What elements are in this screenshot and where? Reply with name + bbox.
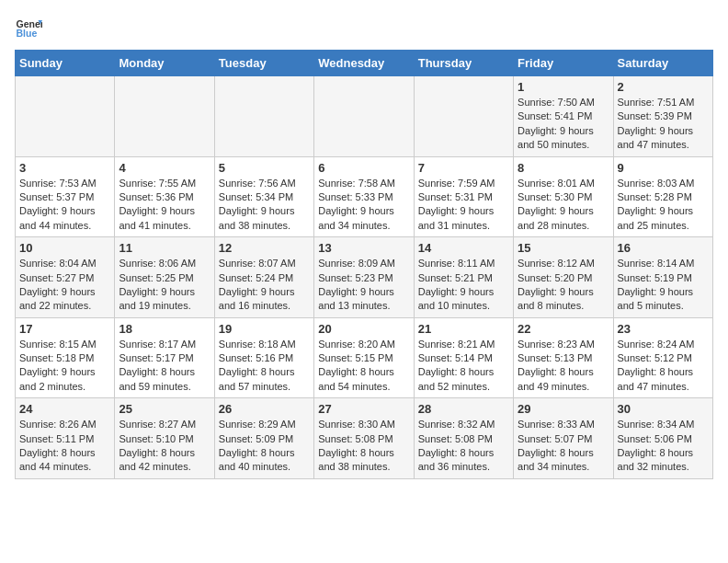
logo: General Blue <box>15 15 42 42</box>
day-info: Sunrise: 8:33 AM Sunset: 5:07 PM Dayligh… <box>518 418 609 475</box>
day-info: Sunrise: 8:11 AM Sunset: 5:21 PM Dayligh… <box>418 257 509 314</box>
day-info: Sunrise: 8:04 AM Sunset: 5:27 PM Dayligh… <box>19 257 110 314</box>
day-number: 24 <box>19 402 110 416</box>
day-number: 18 <box>119 322 210 336</box>
calendar-cell: 6Sunrise: 7:58 AM Sunset: 5:33 PM Daylig… <box>314 156 414 237</box>
calendar-cell: 10Sunrise: 8:04 AM Sunset: 5:27 PM Dayli… <box>16 237 115 318</box>
day-info: Sunrise: 8:24 AM Sunset: 5:12 PM Dayligh… <box>618 338 709 395</box>
calendar-cell: 11Sunrise: 8:06 AM Sunset: 5:25 PM Dayli… <box>115 237 214 318</box>
day-info: Sunrise: 8:14 AM Sunset: 5:19 PM Dayligh… <box>618 257 709 314</box>
calendar-cell: 17Sunrise: 8:15 AM Sunset: 5:18 PM Dayli… <box>16 317 115 398</box>
weekday-header-cell: Wednesday <box>314 51 414 76</box>
day-number: 30 <box>618 402 709 416</box>
day-info: Sunrise: 8:26 AM Sunset: 5:11 PM Dayligh… <box>19 418 110 475</box>
calendar-week-row: 1Sunrise: 7:50 AM Sunset: 5:41 PM Daylig… <box>16 76 713 157</box>
day-info: Sunrise: 7:56 AM Sunset: 5:34 PM Dayligh… <box>219 177 310 234</box>
day-info: Sunrise: 8:09 AM Sunset: 5:23 PM Dayligh… <box>318 257 409 314</box>
day-info: Sunrise: 8:12 AM Sunset: 5:20 PM Dayligh… <box>518 257 609 314</box>
day-number: 6 <box>318 161 409 175</box>
calendar-cell <box>314 76 414 157</box>
day-info: Sunrise: 7:55 AM Sunset: 5:36 PM Dayligh… <box>119 177 210 234</box>
day-info: Sunrise: 8:21 AM Sunset: 5:14 PM Dayligh… <box>418 338 509 395</box>
calendar-cell: 7Sunrise: 7:59 AM Sunset: 5:31 PM Daylig… <box>414 156 513 237</box>
calendar-cell: 12Sunrise: 8:07 AM Sunset: 5:24 PM Dayli… <box>214 237 313 318</box>
day-number: 8 <box>518 161 609 175</box>
calendar-cell: 23Sunrise: 8:24 AM Sunset: 5:12 PM Dayli… <box>613 317 712 398</box>
weekday-header-cell: Saturday <box>613 51 712 76</box>
calendar-week-row: 10Sunrise: 8:04 AM Sunset: 5:27 PM Dayli… <box>16 237 713 318</box>
calendar-cell: 19Sunrise: 8:18 AM Sunset: 5:16 PM Dayli… <box>214 317 313 398</box>
calendar-cell: 13Sunrise: 8:09 AM Sunset: 5:23 PM Dayli… <box>314 237 414 318</box>
day-number: 26 <box>219 402 310 416</box>
calendar-week-row: 3Sunrise: 7:53 AM Sunset: 5:37 PM Daylig… <box>16 156 713 237</box>
calendar-cell: 29Sunrise: 8:33 AM Sunset: 5:07 PM Dayli… <box>514 398 613 479</box>
day-number: 16 <box>618 241 709 255</box>
day-number: 5 <box>219 161 310 175</box>
calendar-cell: 28Sunrise: 8:32 AM Sunset: 5:08 PM Dayli… <box>414 398 513 479</box>
day-number: 1 <box>518 80 609 94</box>
day-number: 21 <box>418 322 509 336</box>
calendar-cell <box>115 76 214 157</box>
svg-text:Blue: Blue <box>17 28 38 39</box>
calendar-table: SundayMondayTuesdayWednesdayThursdayFrid… <box>15 50 713 479</box>
day-info: Sunrise: 7:59 AM Sunset: 5:31 PM Dayligh… <box>418 177 509 234</box>
day-number: 25 <box>119 402 210 416</box>
day-info: Sunrise: 8:32 AM Sunset: 5:08 PM Dayligh… <box>418 418 509 475</box>
calendar-cell: 8Sunrise: 8:01 AM Sunset: 5:30 PM Daylig… <box>514 156 613 237</box>
weekday-header-cell: Tuesday <box>214 51 313 76</box>
day-number: 22 <box>518 322 609 336</box>
day-info: Sunrise: 8:34 AM Sunset: 5:06 PM Dayligh… <box>618 418 709 475</box>
weekday-header-cell: Monday <box>115 51 214 76</box>
calendar-cell: 18Sunrise: 8:17 AM Sunset: 5:17 PM Dayli… <box>115 317 214 398</box>
day-number: 7 <box>418 161 509 175</box>
logo-icon: General Blue <box>15 15 42 42</box>
day-info: Sunrise: 7:58 AM Sunset: 5:33 PM Dayligh… <box>318 177 409 234</box>
day-number: 27 <box>318 402 409 416</box>
day-number: 23 <box>618 322 709 336</box>
day-info: Sunrise: 8:03 AM Sunset: 5:28 PM Dayligh… <box>618 177 709 234</box>
calendar-cell: 2Sunrise: 7:51 AM Sunset: 5:39 PM Daylig… <box>613 76 712 157</box>
calendar-cell: 16Sunrise: 8:14 AM Sunset: 5:19 PM Dayli… <box>613 237 712 318</box>
day-number: 2 <box>618 80 709 94</box>
day-number: 4 <box>119 161 210 175</box>
calendar-cell: 1Sunrise: 7:50 AM Sunset: 5:41 PM Daylig… <box>514 76 613 157</box>
day-number: 3 <box>19 161 110 175</box>
day-info: Sunrise: 8:30 AM Sunset: 5:08 PM Dayligh… <box>318 418 409 475</box>
day-info: Sunrise: 8:17 AM Sunset: 5:17 PM Dayligh… <box>119 338 210 395</box>
day-number: 9 <box>618 161 709 175</box>
weekday-header-cell: Sunday <box>16 51 115 76</box>
day-number: 29 <box>518 402 609 416</box>
calendar-cell: 21Sunrise: 8:21 AM Sunset: 5:14 PM Dayli… <box>414 317 513 398</box>
day-number: 15 <box>518 241 609 255</box>
calendar-cell: 4Sunrise: 7:55 AM Sunset: 5:36 PM Daylig… <box>115 156 214 237</box>
day-number: 28 <box>418 402 509 416</box>
weekday-header-row: SundayMondayTuesdayWednesdayThursdayFrid… <box>16 51 713 76</box>
calendar-cell <box>16 76 115 157</box>
day-number: 19 <box>219 322 310 336</box>
day-number: 20 <box>318 322 409 336</box>
calendar-week-row: 17Sunrise: 8:15 AM Sunset: 5:18 PM Dayli… <box>16 317 713 398</box>
calendar-cell <box>414 76 513 157</box>
calendar-week-row: 24Sunrise: 8:26 AM Sunset: 5:11 PM Dayli… <box>16 398 713 479</box>
day-info: Sunrise: 8:07 AM Sunset: 5:24 PM Dayligh… <box>219 257 310 314</box>
day-number: 17 <box>19 322 110 336</box>
calendar-body: 1Sunrise: 7:50 AM Sunset: 5:41 PM Daylig… <box>16 76 713 479</box>
calendar-cell: 24Sunrise: 8:26 AM Sunset: 5:11 PM Dayli… <box>16 398 115 479</box>
calendar-cell: 27Sunrise: 8:30 AM Sunset: 5:08 PM Dayli… <box>314 398 414 479</box>
day-number: 14 <box>418 241 509 255</box>
calendar-cell: 14Sunrise: 8:11 AM Sunset: 5:21 PM Dayli… <box>414 237 513 318</box>
calendar-cell: 5Sunrise: 7:56 AM Sunset: 5:34 PM Daylig… <box>214 156 313 237</box>
header: General Blue <box>15 15 713 42</box>
day-number: 13 <box>318 241 409 255</box>
calendar-cell: 15Sunrise: 8:12 AM Sunset: 5:20 PM Dayli… <box>514 237 613 318</box>
day-info: Sunrise: 8:23 AM Sunset: 5:13 PM Dayligh… <box>518 338 609 395</box>
calendar-cell: 9Sunrise: 8:03 AM Sunset: 5:28 PM Daylig… <box>613 156 712 237</box>
calendar-cell: 26Sunrise: 8:29 AM Sunset: 5:09 PM Dayli… <box>214 398 313 479</box>
weekday-header-cell: Friday <box>514 51 613 76</box>
day-number: 12 <box>219 241 310 255</box>
day-info: Sunrise: 8:06 AM Sunset: 5:25 PM Dayligh… <box>119 257 210 314</box>
day-number: 11 <box>119 241 210 255</box>
day-info: Sunrise: 8:27 AM Sunset: 5:10 PM Dayligh… <box>119 418 210 475</box>
calendar-cell <box>214 76 313 157</box>
calendar-cell: 22Sunrise: 8:23 AM Sunset: 5:13 PM Dayli… <box>514 317 613 398</box>
